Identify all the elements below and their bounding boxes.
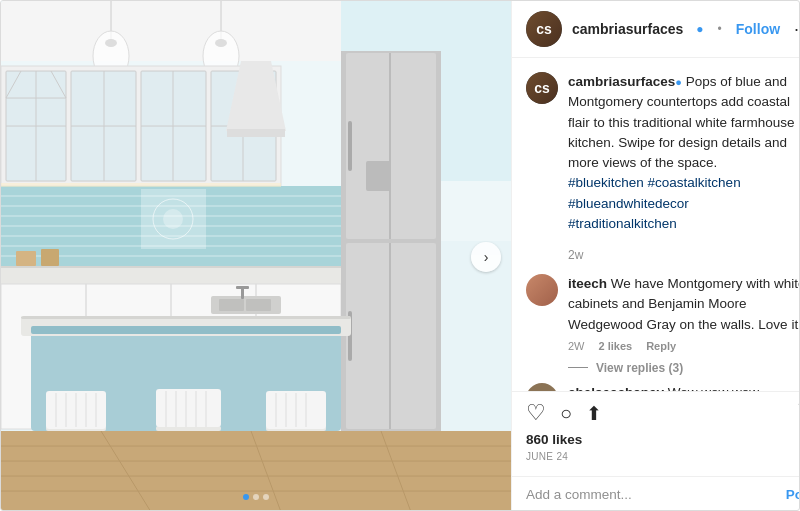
comment-1-time: 2W bbox=[568, 340, 585, 352]
post-header: cs cambriasurfaces ● • Follow ··· bbox=[512, 1, 800, 58]
svg-rect-63 bbox=[31, 326, 341, 334]
action-buttons-row: ♡ ○ ⬆ ⚑ bbox=[526, 400, 800, 426]
svg-rect-106 bbox=[16, 251, 36, 266]
post-info-panel: cs cambriasurfaces ● • Follow ··· cs cam… bbox=[511, 1, 800, 511]
view-replies-button[interactable]: View replies (3) bbox=[568, 361, 800, 375]
comment-1-content: iteech We have Montgomery with white cab… bbox=[568, 274, 800, 353]
header-username[interactable]: cambriasurfaces bbox=[572, 21, 683, 37]
comment-button[interactable]: ○ bbox=[560, 402, 572, 425]
caption-verified-icon: ● bbox=[675, 76, 682, 88]
caption-avatar: cs bbox=[526, 72, 558, 104]
post-actions: ♡ ○ ⬆ ⚑ 860 likes JUNE 24 bbox=[512, 391, 800, 476]
svg-rect-59 bbox=[366, 161, 391, 191]
post-date: JUNE 24 bbox=[526, 451, 800, 462]
separator: • bbox=[718, 22, 722, 36]
dot-1[interactable] bbox=[243, 494, 249, 500]
follow-button[interactable]: Follow bbox=[736, 21, 780, 37]
svg-rect-62 bbox=[21, 316, 351, 319]
likes-count: 860 likes bbox=[526, 432, 800, 447]
next-slide-arrow[interactable]: › bbox=[471, 242, 501, 272]
dot-2[interactable] bbox=[253, 494, 259, 500]
header-avatar[interactable]: cs bbox=[526, 11, 562, 47]
add-comment-bar: Post bbox=[512, 476, 800, 511]
hashtag-blueandwhitedecor[interactable]: #blueandwhitedecor bbox=[568, 196, 689, 211]
svg-rect-107 bbox=[41, 249, 59, 266]
svg-rect-29 bbox=[227, 129, 285, 137]
svg-rect-41 bbox=[1, 266, 341, 284]
comment-1-username[interactable]: iteech bbox=[568, 276, 607, 291]
svg-rect-108 bbox=[1, 183, 281, 187]
comment-row-1: iteech We have Montgomery with white cab… bbox=[526, 274, 800, 353]
post-comment-button[interactable]: Post bbox=[786, 487, 800, 502]
svg-rect-68 bbox=[236, 286, 249, 289]
caption-text: cambriasurfaces● Pops of blue and Montgo… bbox=[568, 72, 800, 234]
svg-rect-55 bbox=[389, 53, 391, 239]
svg-rect-56 bbox=[389, 243, 391, 429]
hashtag-traditionalkitchen[interactable]: #traditionalkitchen bbox=[568, 216, 677, 231]
slide-dots bbox=[243, 494, 269, 500]
svg-rect-65 bbox=[219, 299, 244, 311]
comment-2-text: chelseachaney Wow wow wow bbox=[568, 383, 796, 391]
post-image: › bbox=[1, 1, 511, 511]
more-options-button[interactable]: ··· bbox=[794, 19, 800, 40]
svg-rect-57 bbox=[348, 121, 352, 171]
hashtag-coastalkitchen[interactable]: #coastalkitchen bbox=[648, 175, 741, 190]
comment-1-likes[interactable]: 2 likes bbox=[599, 340, 633, 352]
comment-1-text: iteech We have Montgomery with white cab… bbox=[568, 274, 800, 335]
comment-row-2: chelseachaney Wow wow wow ∧ bbox=[526, 383, 800, 391]
comment-input[interactable] bbox=[526, 487, 786, 502]
svg-rect-42 bbox=[1, 266, 341, 268]
view-replies-line bbox=[568, 367, 588, 368]
svg-point-7 bbox=[105, 39, 117, 47]
share-button[interactable]: ⬆ bbox=[586, 402, 602, 425]
bookmark-button[interactable]: ⚑ bbox=[795, 400, 800, 426]
comment-1-reply-button[interactable]: Reply bbox=[646, 340, 676, 352]
svg-rect-66 bbox=[246, 299, 271, 311]
view-replies-label: View replies (3) bbox=[596, 361, 683, 375]
hashtag-bluekitchen[interactable]: #bluekitchen bbox=[568, 175, 644, 190]
verified-icon: ● bbox=[696, 22, 703, 36]
caption-row: cs cambriasurfaces● Pops of blue and Mon… bbox=[526, 72, 800, 234]
caption-username[interactable]: cambriasurfaces bbox=[568, 74, 675, 89]
like-button[interactable]: ♡ bbox=[526, 400, 546, 426]
svg-point-40 bbox=[163, 209, 183, 229]
post-body: cs cambriasurfaces● Pops of blue and Mon… bbox=[512, 58, 800, 391]
comment-1-avatar bbox=[526, 274, 558, 306]
caption-time-ago: 2w bbox=[568, 248, 800, 262]
comment-2-avatar bbox=[526, 383, 558, 391]
comment-1-meta: 2W 2 likes Reply ♡ bbox=[568, 339, 800, 353]
svg-point-10 bbox=[215, 39, 227, 47]
dot-3[interactable] bbox=[263, 494, 269, 500]
